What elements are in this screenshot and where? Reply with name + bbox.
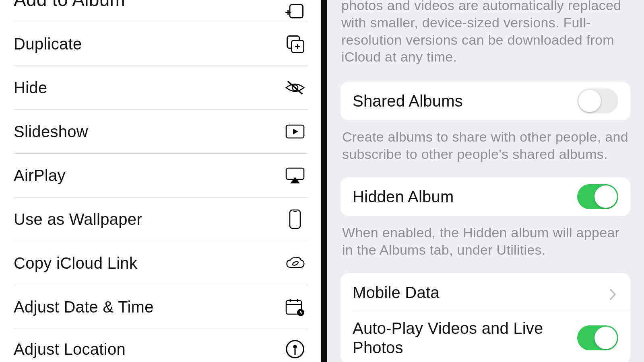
- action-list: Add to Album Duplicate Hide Slideshow: [0, 0, 321, 362]
- pane-divider: [321, 0, 327, 362]
- settings-row-autoplay[interactable]: Auto-Play Videos and Live Photos: [341, 312, 630, 362]
- action-label: Add to Album: [14, 0, 125, 10]
- action-row-adjust-date-time[interactable]: Adjust Date & Time: [14, 285, 308, 329]
- action-row-add-to-album[interactable]: Add to Album: [14, 0, 308, 22]
- action-row-adjust-location[interactable]: Adjust Location: [14, 329, 308, 362]
- chevron-right-icon: [609, 288, 618, 297]
- settings-row-shared-albums[interactable]: Shared Albums: [341, 82, 630, 120]
- action-label: Adjust Location: [14, 340, 126, 358]
- svg-marker-12: [290, 177, 300, 183]
- photos-settings-pane: photos and videos are automatically repl…: [327, 0, 644, 362]
- action-label: Hide: [14, 79, 47, 97]
- action-row-wallpaper[interactable]: Use as Wallpaper: [14, 197, 308, 241]
- action-label: Use as Wallpaper: [14, 210, 142, 228]
- shared-albums-toggle[interactable]: [577, 88, 618, 113]
- settings-group-playback: Mobile Data Auto-Play Videos and Live Ph…: [341, 273, 630, 362]
- play-rect-icon: [283, 119, 308, 144]
- action-label: Slideshow: [14, 123, 88, 141]
- settings-row-label: Mobile Data: [353, 283, 440, 302]
- autoplay-toggle[interactable]: [577, 325, 618, 350]
- shared-albums-footer: Create albums to share with other people…: [341, 120, 630, 177]
- settings-row-hidden-album[interactable]: Hidden Album: [341, 177, 630, 216]
- action-row-airplay[interactable]: AirPlay: [14, 154, 308, 197]
- phone-icon: [283, 207, 308, 232]
- calendar-clock-icon: [283, 294, 308, 319]
- action-label: Duplicate: [14, 35, 82, 53]
- action-label: AirPlay: [14, 167, 66, 185]
- action-row-hide[interactable]: Hide: [14, 66, 308, 110]
- svg-line-22: [301, 313, 302, 313]
- svg-line-8: [288, 81, 302, 94]
- cloud-link-icon: [283, 251, 308, 276]
- airplay-icon: [283, 163, 308, 188]
- settings-group-shared-albums: Shared Albums: [341, 82, 630, 120]
- hidden-album-footer: When enabled, the Hidden album will appe…: [341, 216, 630, 273]
- action-row-copy-icloud-link[interactable]: Copy iCloud Link: [14, 241, 308, 285]
- settings-row-label: Auto-Play Videos and Live Photos: [353, 312, 577, 362]
- svg-rect-0: [290, 5, 303, 18]
- share-actions-pane: Add to Album Duplicate Hide Slideshow: [0, 0, 321, 362]
- eye-slash-icon: [283, 75, 308, 100]
- album-add-icon: [283, 0, 308, 25]
- settings-row-mobile-data[interactable]: Mobile Data: [341, 273, 630, 312]
- svg-marker-10: [293, 129, 298, 134]
- action-row-slideshow[interactable]: Slideshow: [14, 110, 308, 154]
- action-label: Adjust Date & Time: [14, 298, 154, 316]
- svg-point-15: [292, 261, 299, 266]
- settings-group-hidden-album: Hidden Album: [341, 177, 630, 216]
- hidden-album-toggle[interactable]: [577, 184, 618, 209]
- svg-rect-13: [290, 210, 300, 228]
- pin-circle-icon: [283, 337, 308, 362]
- settings-row-label: Shared Albums: [353, 91, 463, 111]
- duplicate-icon: [283, 31, 308, 56]
- settings-row-label: Hidden Album: [353, 187, 454, 206]
- svg-point-24: [293, 345, 297, 348]
- action-label: Copy iCloud Link: [14, 254, 137, 272]
- svg-rect-14: [293, 211, 297, 212]
- action-row-duplicate[interactable]: Duplicate: [14, 22, 308, 66]
- optimize-storage-description: photos and videos are automatically repl…: [341, 0, 630, 82]
